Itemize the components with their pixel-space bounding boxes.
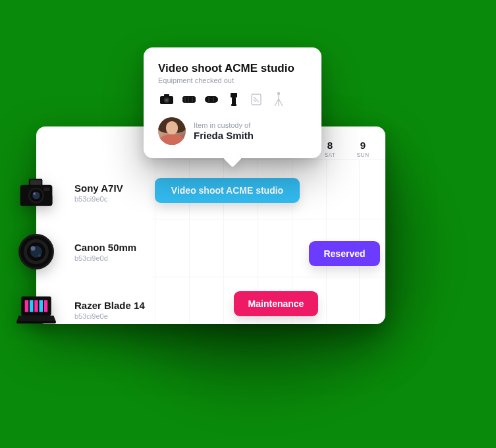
table-row: Canon 50mm b53ci9e0d Reserved — [36, 219, 385, 285]
item-meta: Canon 50mm b53ci9e0d — [74, 242, 136, 262]
item-thumb-laptop — [16, 291, 56, 328]
svg-line-19 — [275, 99, 279, 106]
svg-rect-44 — [44, 300, 47, 312]
svg-line-20 — [279, 99, 283, 106]
event-label: Video shoot ACME studio — [171, 185, 283, 196]
svg-rect-8 — [205, 96, 218, 103]
item-id: b53ci9e0c — [74, 195, 123, 203]
calendar-day[interactable]: 8 SAT — [321, 140, 339, 158]
svg-rect-6 — [188, 97, 189, 102]
custody-row: Item in custody of Frieda Smith — [158, 117, 307, 145]
custody-name: Frieda Smith — [194, 130, 254, 141]
svg-line-15 — [254, 97, 259, 102]
svg-point-36 — [31, 246, 36, 251]
popover-equipment-row — [158, 92, 307, 107]
svg-rect-17 — [277, 92, 280, 95]
day-dow: SUN — [354, 152, 372, 158]
svg-rect-40 — [25, 300, 28, 312]
calendar-day[interactable]: 9 SUN — [354, 140, 372, 158]
item-id: b53ci9e0e — [74, 312, 145, 320]
tripod-icon — [270, 92, 287, 107]
svg-rect-24 — [30, 180, 41, 185]
grid-hline — [152, 219, 385, 219]
svg-point-3 — [165, 99, 168, 101]
svg-rect-11 — [231, 93, 237, 98]
memory-icon — [248, 92, 265, 107]
item-name: Canon 50mm — [74, 242, 136, 253]
event-popover: Video shoot ACME studio Equipment checke… — [144, 47, 321, 158]
camera-icon — [158, 92, 175, 107]
item-thumb-camera — [16, 174, 56, 211]
day-number: 8 — [321, 140, 339, 151]
flash-icon — [225, 92, 242, 107]
grid-hline — [152, 159, 385, 160]
svg-point-37 — [38, 254, 41, 257]
popover-subtitle: Equipment checked out — [158, 76, 307, 84]
lens2-icon — [203, 92, 220, 107]
lens-icon — [180, 92, 198, 107]
svg-rect-42 — [34, 300, 38, 312]
table-row: Razer Blade 14 b53ci9e0e Maintenance — [36, 277, 385, 343]
svg-rect-41 — [30, 300, 33, 312]
svg-rect-1 — [164, 94, 169, 98]
event-label: Maintenance — [248, 298, 304, 309]
svg-rect-10 — [213, 97, 214, 102]
calendar-day-header: 8 SAT 9 SUN — [321, 140, 372, 158]
svg-rect-45 — [16, 321, 56, 323]
event-reserved[interactable]: Reserved — [309, 241, 380, 266]
event-label: Reserved — [323, 248, 365, 259]
popover-title: Video shoot ACME studio — [158, 62, 307, 75]
svg-rect-9 — [208, 97, 209, 102]
svg-rect-5 — [184, 97, 186, 102]
item-meta: Razer Blade 14 b53ci9e0e — [74, 300, 145, 320]
day-dow: SAT — [321, 152, 339, 158]
grid-hline — [152, 277, 385, 277]
item-name: Razer Blade 14 — [74, 300, 145, 311]
svg-rect-43 — [40, 300, 43, 312]
day-number: 9 — [354, 140, 372, 151]
item-id: b53ci9e0d — [74, 254, 136, 262]
svg-rect-30 — [46, 195, 52, 205]
svg-rect-12 — [232, 98, 236, 105]
item-name: Sony A7IV — [74, 182, 123, 194]
item-thumb-lens — [16, 233, 56, 270]
svg-rect-29 — [43, 188, 49, 192]
custody-label: Item in custody of — [194, 121, 254, 129]
item-meta: Sony A7IV b53ci9e0c — [74, 182, 123, 203]
svg-point-28 — [33, 192, 36, 195]
event-shoot[interactable]: Video shoot ACME studio — [155, 178, 300, 203]
event-maintenance[interactable]: Maintenance — [234, 291, 318, 316]
svg-line-16 — [254, 99, 256, 102]
svg-rect-7 — [192, 97, 193, 102]
table-row: Sony A7IV b53ci9e0c Video shoot ACME stu… — [36, 159, 385, 225]
svg-rect-13 — [231, 104, 236, 106]
avatar — [158, 117, 186, 145]
